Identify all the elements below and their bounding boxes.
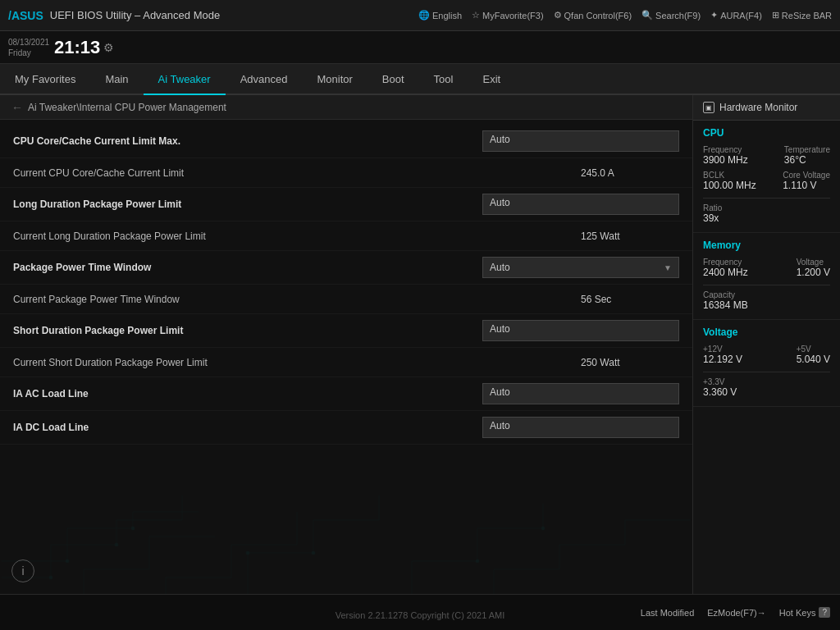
ez-mode-label: EzMode(F7)→ <box>707 608 766 618</box>
day-text: Friday <box>8 48 49 58</box>
nav-tool-label: Tool <box>434 73 454 85</box>
nav-exit[interactable]: Exit <box>468 64 515 95</box>
search-button[interactable]: 🔍 Search(F9) <box>641 10 701 21</box>
hw-v33-label: +3.3V <box>703 377 830 386</box>
hot-keys-button[interactable]: Hot Keys ? <box>779 607 830 618</box>
hw-v5-value: 5.040 V <box>797 354 830 365</box>
myfavorite-button[interactable]: ☆ MyFavorite(F3) <box>472 10 544 21</box>
hw-ratio-value: 39x <box>703 212 830 224</box>
clock-bar: 08/13/2021 Friday 21:13 ⚙ <box>0 31 840 64</box>
monitor-icon: ▣ <box>703 102 714 113</box>
nav-exit-label: Exit <box>482 73 500 85</box>
hardware-monitor-panel: ▣ Hardware Monitor CPU Frequency 3900 MH… <box>692 95 840 594</box>
setting-value-9[interactable]: Auto <box>482 417 679 438</box>
setting-value-0[interactable]: Auto <box>482 130 679 152</box>
nav-monitor-label: Monitor <box>317 73 353 85</box>
hw-mem-cap-label: Capacity <box>703 290 830 299</box>
hw-v33-value: 3.360 V <box>703 386 830 398</box>
nav-advanced[interactable]: Advanced <box>226 64 303 95</box>
hw-memory-title: Memory <box>703 240 830 251</box>
ez-mode-button[interactable]: EzMode(F7)→ <box>707 608 766 618</box>
hw-memory-section: Memory Frequency 2400 MHz Voltage 1.200 … <box>693 233 840 320</box>
nav-ai-tweaker[interactable]: Ai Tweaker <box>144 64 226 95</box>
asus-logo: /ASUS <box>8 9 43 22</box>
setting-value-5: 56 Sec <box>581 294 679 305</box>
hw-cpu-title: CPU <box>703 127 830 139</box>
hw-corevolt-label: Core Voltage <box>783 171 830 180</box>
hw-v12-label: +12V <box>703 345 742 354</box>
setting-row-4: Package Power Time Window Auto ▼ <box>0 251 692 285</box>
hw-mem-freq-value: 2400 MHz <box>703 267 748 278</box>
aura-button[interactable]: ✦ AURA(F4) <box>710 10 762 21</box>
nav-main-label: Main <box>105 73 128 85</box>
last-modified-button[interactable]: Last Modified <box>641 608 694 618</box>
hw-cpu-freq-value: 3900 MHz <box>703 154 748 166</box>
setting-row-1: Current CPU Core/Cache Current Limit 245… <box>0 158 692 188</box>
info-icon: i <box>21 564 24 578</box>
date-block: 08/13/2021 Friday <box>8 37 49 58</box>
setting-dropdown-4[interactable]: Auto ▼ <box>482 257 679 278</box>
nav-advanced-label: Advanced <box>240 73 288 85</box>
setting-row-2: Long Duration Package Power Limit Auto <box>0 188 692 221</box>
search-label: Search(F9) <box>655 11 701 21</box>
star-icon: ☆ <box>472 10 480 21</box>
nav-monitor[interactable]: Monitor <box>303 64 368 95</box>
qfan-button[interactable]: ⚙ Qfan Control(F6) <box>554 10 632 21</box>
setting-value-2[interactable]: Auto <box>482 194 679 215</box>
hw-cpu-section: CPU Frequency 3900 MHz Temperature 36°C … <box>693 121 840 233</box>
clock-settings-icon[interactable]: ⚙ <box>103 41 114 54</box>
hw-voltage-title: Voltage <box>703 326 830 338</box>
myfavorite-label: MyFavorite(F3) <box>482 11 544 21</box>
setting-label-2: Long Duration Package Power Limit <box>13 199 482 210</box>
hw-voltage-section: Voltage +12V 12.192 V +5V 5.040 V +3.3V … <box>693 320 840 407</box>
resize-label: ReSize BAR <box>782 11 832 21</box>
chevron-down-icon: ▼ <box>664 263 672 272</box>
nav-my-favorites[interactable]: My Favorites <box>0 64 90 95</box>
globe-icon: 🌐 <box>418 10 430 21</box>
qfan-label: Qfan Control(F6) <box>564 11 632 21</box>
setting-label-1: Current CPU Core/Cache Current Limit <box>13 167 581 179</box>
top-bar: /ASUS UEFI BIOS Utility – Advanced Mode … <box>0 0 840 31</box>
hw-bclk-label: BCLK <box>703 171 756 180</box>
bios-title: UEFI BIOS Utility – Advanced Mode <box>50 9 418 21</box>
aura-icon: ✦ <box>710 10 718 21</box>
hw-mem-freq-label: Frequency <box>703 258 748 267</box>
hw-v12-row: +12V 12.192 V +5V 5.040 V <box>703 345 830 367</box>
info-button[interactable]: i <box>11 559 34 582</box>
language-selector[interactable]: 🌐 English <box>418 10 462 21</box>
hw-cpu-temp-value: 36°C <box>784 154 830 166</box>
version-text: Version 2.21.1278 Copyright (C) 2021 AMI <box>336 610 505 620</box>
nav-boot-label: Boot <box>382 73 404 85</box>
nav-my-favorites-label: My Favorites <box>15 73 75 85</box>
clock-display: 21:13 <box>54 37 100 58</box>
hw-mem-freq-row: Frequency 2400 MHz Voltage 1.200 V <box>703 258 830 280</box>
hw-v12-value: 12.192 V <box>703 354 742 365</box>
hw-v5-label: +5V <box>797 345 830 354</box>
bottom-bar: Version 2.21.1278 Copyright (C) 2021 AMI… <box>0 594 840 630</box>
breadcrumb-text: Ai Tweaker\Internal CPU Power Management <box>28 102 226 113</box>
nav-tool[interactable]: Tool <box>419 64 468 95</box>
setting-label-0: CPU Core/Cache Current Limit Max. <box>13 135 482 147</box>
hw-monitor-title: ▣ Hardware Monitor <box>693 95 840 121</box>
nav-main[interactable]: Main <box>90 64 143 95</box>
setting-label-3: Current Long Duration Package Power Limi… <box>13 231 581 242</box>
question-icon: ? <box>819 607 830 618</box>
setting-label-8: IA AC Load Line <box>13 388 482 399</box>
nav-boot[interactable]: Boot <box>368 64 419 95</box>
hw-mem-volt-label: Voltage <box>797 258 830 267</box>
setting-value-8[interactable]: Auto <box>482 383 679 404</box>
hw-cpu-freq-label: Frequency <box>703 145 748 154</box>
main-content: ← Ai Tweaker\Internal CPU Power Manageme… <box>0 95 692 594</box>
setting-label-7: Current Short Duration Package Power Lim… <box>13 357 581 368</box>
breadcrumb-back-icon[interactable]: ← <box>11 101 23 114</box>
hw-ratio-label: Ratio <box>703 203 830 212</box>
setting-value-6[interactable]: Auto <box>482 320 679 341</box>
setting-label-9: IA DC Load Line <box>13 422 482 433</box>
setting-row-5: Current Package Power Time Window 56 Sec <box>0 285 692 314</box>
hw-monitor-title-label: Hardware Monitor <box>719 102 797 113</box>
hw-mem-cap-value: 16384 MB <box>703 299 830 311</box>
last-modified-label: Last Modified <box>641 608 694 618</box>
search-icon: 🔍 <box>641 10 653 21</box>
setting-value-7: 250 Watt <box>581 357 679 368</box>
resize-bar-button[interactable]: ⊞ ReSize BAR <box>772 10 832 21</box>
